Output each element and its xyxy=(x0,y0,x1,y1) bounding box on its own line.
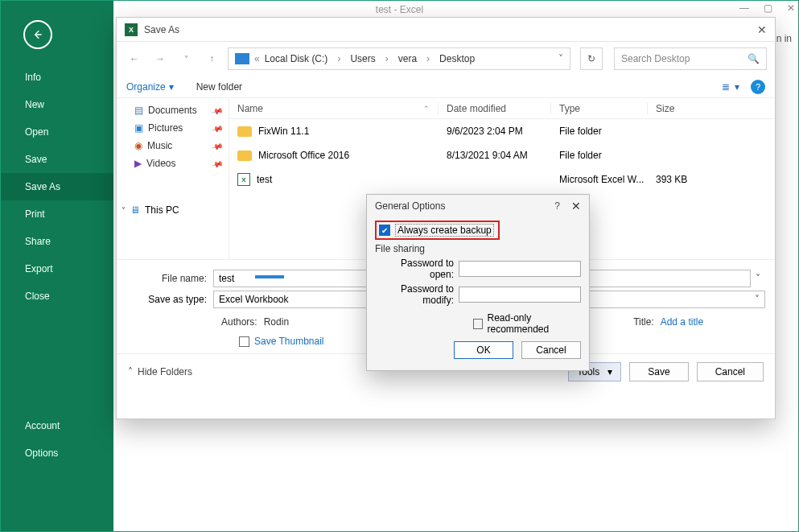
password-modify-row: Password to modify: xyxy=(375,283,581,306)
hide-folders-toggle[interactable]: ˄Hide Folders xyxy=(128,366,192,377)
save-thumbnail-label: Save Thumbnail xyxy=(254,336,324,347)
close-icon[interactable]: ✕ xyxy=(571,200,581,212)
save-dialog-title: Save As xyxy=(144,24,179,35)
maximize-icon[interactable]: ▢ xyxy=(764,2,772,14)
col-date[interactable]: Date modified xyxy=(439,103,551,114)
file-row[interactable]: Xtest Microsoft Excel W... 393 KB xyxy=(229,167,775,192)
music-icon: ◉ xyxy=(134,140,142,151)
general-options-dialog: General Options ? ✕ ✔ Always create back… xyxy=(366,194,590,371)
chevron-down-icon: ▾ xyxy=(169,81,174,93)
password-open-label: Password to open: xyxy=(375,258,459,280)
bs-share[interactable]: Share xyxy=(1,228,113,255)
sort-asc-icon: ⌃ xyxy=(423,105,430,113)
window-controls: — ▢ ✕ xyxy=(739,2,795,14)
excel-file-icon: X xyxy=(237,173,250,186)
file-name-label: File name: xyxy=(126,273,213,284)
bs-info[interactable]: Info xyxy=(1,64,113,91)
nav-forward-icon[interactable]: → xyxy=(150,49,170,68)
nav-recent-icon[interactable]: ˅ xyxy=(176,49,196,68)
address-dropdown-icon[interactable]: ˅ xyxy=(558,53,563,64)
bs-new[interactable]: New xyxy=(1,91,113,118)
crumb-vera[interactable]: vera xyxy=(397,53,418,64)
read-only-label: Read-only recommended xyxy=(488,312,581,335)
save-dialog-close-icon[interactable]: ✕ xyxy=(757,23,767,36)
read-only-row[interactable]: Read-only recommended xyxy=(375,309,581,340)
save-button[interactable]: Save xyxy=(629,362,688,381)
back-button[interactable] xyxy=(23,20,52,49)
bs-close[interactable]: Close xyxy=(1,282,113,310)
password-open-input[interactable] xyxy=(459,261,581,277)
pc-icon: 🖥 xyxy=(130,204,140,216)
view-mode[interactable]: ≣ ▾ xyxy=(722,81,739,93)
tree-pictures[interactable]: ▣Pictures📌 xyxy=(133,119,229,137)
dialog-toolbar: Organize ▾ New folder ≣ ▾ ? xyxy=(117,76,775,98)
bs-options[interactable]: Options xyxy=(1,439,113,467)
backstage-bottom: Account Options xyxy=(1,412,113,467)
chevron-down-icon[interactable]: ˅ xyxy=(751,273,765,284)
checkbox-checked-icon[interactable]: ✔ xyxy=(379,225,390,236)
address-bar[interactable]: « Local Disk (C:) › Users › vera › Deskt… xyxy=(228,47,570,70)
close-window-icon[interactable]: ✕ xyxy=(787,2,795,14)
crumb-drive[interactable]: Local Disk (C:) xyxy=(263,53,330,64)
nav-up-icon[interactable]: ↑ xyxy=(202,49,221,68)
search-icon: 🔍 xyxy=(748,53,760,64)
nav-row: ← → ˅ ↑ « Local Disk (C:) › Users › vera… xyxy=(117,42,775,76)
organize-label: Organize xyxy=(126,81,166,93)
go-title: General Options xyxy=(375,200,445,212)
list-header: Name⌃ Date modified Type Size xyxy=(229,98,775,119)
bs-account[interactable]: Account xyxy=(1,412,113,439)
tree-this-pc[interactable]: ˅ 🖥 This PC xyxy=(121,200,229,217)
bs-print[interactable]: Print xyxy=(1,200,113,228)
save-thumbnail-checkbox[interactable] xyxy=(239,336,249,347)
bs-save[interactable]: Save xyxy=(1,146,113,173)
col-name[interactable]: Name⌃ xyxy=(229,103,439,114)
save-type-label: Save as type: xyxy=(126,294,213,305)
refresh-button[interactable]: ↻ xyxy=(580,47,603,70)
always-create-backup-row[interactable]: ✔ Always create backup xyxy=(375,221,500,240)
help-icon[interactable]: ? xyxy=(554,200,560,212)
ok-button[interactable]: OK xyxy=(454,341,513,359)
tree-documents[interactable]: ▤Documents📌 xyxy=(133,101,229,119)
password-modify-input[interactable] xyxy=(459,287,581,303)
excel-app-icon: X xyxy=(125,23,138,36)
chevron-down-icon: ˅ xyxy=(121,206,126,215)
minimize-icon[interactable]: — xyxy=(739,2,749,14)
drive-icon xyxy=(235,53,249,64)
bs-save-as[interactable]: Save As xyxy=(1,173,113,200)
app-title: test - Excel xyxy=(376,4,423,15)
bs-export[interactable]: Export xyxy=(1,255,113,282)
tree-scroll-indicator xyxy=(255,275,284,278)
read-only-checkbox[interactable] xyxy=(473,319,483,329)
sign-in-fragment: n in xyxy=(776,33,792,44)
cancel-button[interactable]: Cancel xyxy=(697,362,764,381)
organize-menu[interactable]: Organize ▾ xyxy=(126,81,174,93)
nav-back-icon[interactable]: ← xyxy=(125,49,144,68)
pin-icon: 📌 xyxy=(211,157,224,170)
go-cancel-button[interactable]: Cancel xyxy=(521,341,581,359)
new-folder-button[interactable]: New folder xyxy=(196,81,242,93)
chevron-up-icon: ˄ xyxy=(128,366,133,377)
crumb-desktop[interactable]: Desktop xyxy=(438,53,476,64)
chevron-down-icon: ▾ xyxy=(607,366,612,377)
authors-value[interactable]: Rodin xyxy=(264,316,289,328)
help-icon[interactable]: ? xyxy=(751,80,765,94)
chevron-right-icon: › xyxy=(381,53,393,64)
folder-tree: ▤Documents📌 ▣Pictures📌 ◉Music📌 ▶Videos📌 … xyxy=(117,98,229,259)
app-titlebar: test - Excel — ▢ ✕ xyxy=(1,1,798,19)
title-value[interactable]: Add a title xyxy=(661,316,703,328)
chevron-right-icon: › xyxy=(422,53,435,64)
search-box[interactable]: Search Desktop 🔍 xyxy=(614,47,767,70)
chevron-down-icon: ˅ xyxy=(755,294,760,305)
tree-videos[interactable]: ▶Videos📌 xyxy=(133,155,229,172)
bs-open[interactable]: Open xyxy=(1,118,113,146)
file-row[interactable]: Microsoft Office 2016 8/13/2021 9:04 AM … xyxy=(229,143,775,167)
col-size[interactable]: Size xyxy=(648,103,712,114)
go-buttons: OK Cancel xyxy=(375,340,581,362)
col-type[interactable]: Type xyxy=(551,103,648,114)
addr-root-chevron: « xyxy=(254,53,260,64)
crumb-users[interactable]: Users xyxy=(348,53,377,64)
videos-icon: ▶ xyxy=(134,158,142,169)
file-row[interactable]: FixWin 11.1 9/6/2023 2:04 PM File folder xyxy=(229,119,775,143)
tree-music[interactable]: ◉Music📌 xyxy=(133,137,229,155)
chevron-down-icon: ▾ xyxy=(735,81,739,93)
